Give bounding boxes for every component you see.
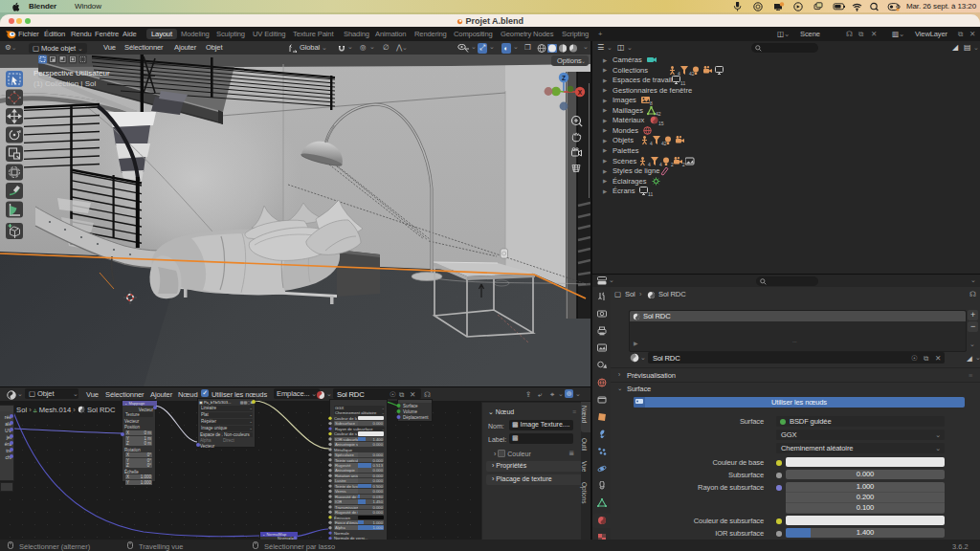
svg-text:⌄: ⌄ (581, 58, 586, 64)
svg-text:15: 15 (658, 121, 664, 126)
svg-text:Perspective Utilisateur: Perspective Utilisateur (33, 69, 110, 77)
svg-text:Z: Z (562, 75, 566, 81)
svg-text:X: X (578, 89, 583, 96)
svg-text:11: 11 (648, 191, 653, 197)
svg-text:(1) Collection | Sol: (1) Collection | Sol (33, 79, 96, 88)
svg-text:Options: Options (557, 56, 582, 65)
